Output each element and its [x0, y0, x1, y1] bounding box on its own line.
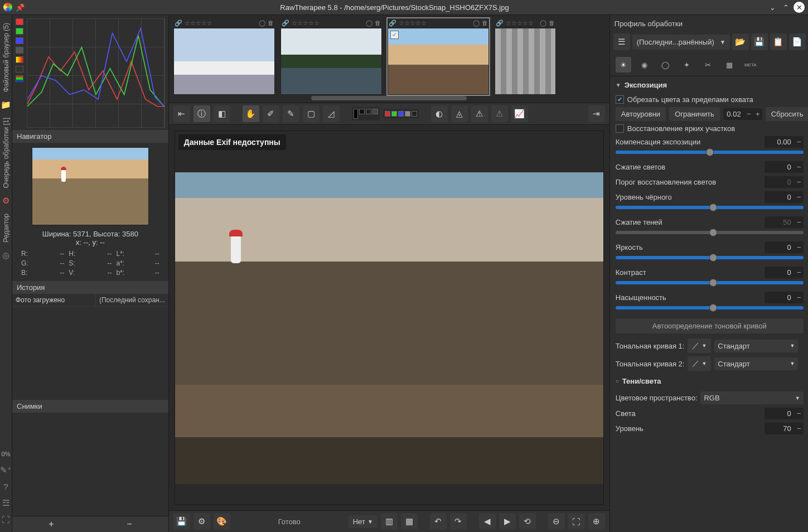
- snapshot-remove-button[interactable]: −: [90, 516, 168, 532]
- minimize-button[interactable]: ⌄: [767, 2, 778, 13]
- save-icon[interactable]: 💾: [173, 513, 190, 530]
- rotate-left-icon[interactable]: ↶: [430, 513, 447, 530]
- thumb-4[interactable]: 🔗☆☆☆☆☆◯🗑: [495, 18, 556, 95]
- auto-tone-curve-button[interactable]: Автоопределение тоновой кривой: [616, 318, 804, 333]
- profile-load-icon[interactable]: 📂: [732, 33, 749, 50]
- snapshot-add-button[interactable]: +: [12, 516, 90, 532]
- hand-icon[interactable]: ✋: [243, 105, 259, 122]
- ev-comp-value[interactable]: 0.00−: [765, 136, 804, 148]
- trash-icon[interactable]: 🗑: [268, 20, 274, 27]
- tab-color-icon[interactable]: ◯: [658, 57, 674, 72]
- zoom-out-icon[interactable]: ⊖: [548, 513, 565, 530]
- shadows-highlights-header[interactable]: ○ Тени/света: [610, 373, 808, 390]
- aperture-icon[interactable]: ◎: [2, 250, 9, 260]
- pin-icon[interactable]: 📌: [16, 3, 25, 12]
- colorspace-select[interactable]: RGB▼: [700, 391, 803, 404]
- gamut-icon[interactable]: ▥: [381, 513, 398, 530]
- tab-queue[interactable]: Очередь обработки [1]: [2, 118, 10, 188]
- clip-value[interactable]: 0.02−+: [723, 108, 762, 120]
- close-button[interactable]: ✕: [794, 2, 805, 13]
- circle-icon[interactable]: ◯: [259, 20, 265, 27]
- brightness-value[interactable]: 0−: [765, 241, 804, 253]
- panel-right-icon[interactable]: ⇥: [588, 105, 605, 122]
- swatch-red[interactable]: [16, 18, 23, 25]
- info-icon[interactable]: ⓘ: [193, 105, 210, 122]
- before-after-icon[interactable]: ◧: [214, 105, 230, 122]
- contrast-value[interactable]: 0−: [765, 267, 804, 278]
- highlight-clip-icon[interactable]: ⚠: [471, 105, 488, 122]
- reset-button[interactable]: Сбросить: [766, 107, 808, 121]
- swatch-green[interactable]: [16, 28, 23, 35]
- bg-select[interactable]: Нет▼: [349, 515, 378, 528]
- circle-icon[interactable]: ◯: [473, 20, 480, 27]
- swatch-bar[interactable]: [16, 75, 23, 82]
- trash-icon[interactable]: 🗑: [482, 20, 488, 27]
- zoom-in-icon[interactable]: ⊕: [588, 513, 605, 530]
- zoom-fit-icon[interactable]: ⛶: [568, 513, 585, 530]
- sync-icon[interactable]: ⟲: [519, 513, 536, 530]
- monitor-icon[interactable]: ▦: [401, 513, 418, 530]
- exposure-group-header[interactable]: ▼ Экспозиция: [610, 76, 808, 94]
- prev-image-icon[interactable]: ◀: [479, 513, 496, 530]
- rotate-right-icon[interactable]: ↷: [450, 513, 467, 530]
- curve1-mode[interactable]: Стандарт▼: [714, 340, 798, 352]
- maximize-button[interactable]: ⌃: [780, 2, 791, 13]
- sliders-icon[interactable]: ☲: [2, 498, 9, 508]
- swatch-blue[interactable]: [16, 37, 23, 44]
- shadow-clip-icon[interactable]: ⚠: [491, 105, 508, 122]
- tab-meta-icon[interactable]: META: [743, 57, 758, 72]
- black-slider[interactable]: [610, 205, 808, 215]
- highlights-value[interactable]: 0−: [765, 408, 804, 419]
- next-image-icon[interactable]: ▶: [499, 513, 516, 530]
- add-icon[interactable]: ✎⁺: [0, 465, 12, 475]
- external-editor-icon[interactable]: 🎨: [214, 513, 230, 530]
- profile-paste-icon[interactable]: 📄: [789, 33, 806, 50]
- tab-advanced-icon[interactable]: ✦: [679, 57, 695, 72]
- wb-picker-icon[interactable]: ✐: [263, 105, 279, 122]
- hl-compress-value[interactable]: 0−: [765, 161, 804, 173]
- profile-select[interactable]: (Последни...ранённый)▼: [632, 35, 730, 50]
- clip-button[interactable]: Ограничить: [669, 107, 720, 121]
- profile-copy-icon[interactable]: 📋: [770, 33, 787, 50]
- gear-icon[interactable]: ⚙: [2, 196, 9, 206]
- curve2-type[interactable]: ／ ▼: [688, 356, 711, 371]
- thumb-3[interactable]: 🔗☆☆☆☆☆◯🗑 ✔: [388, 18, 489, 95]
- background-mode[interactable]: [352, 107, 380, 120]
- profile-save-icon[interactable]: 💾: [751, 33, 768, 50]
- thumb-1[interactable]: 🔗☆☆☆☆☆◯🗑: [173, 18, 275, 95]
- clip-checkbox[interactable]: ✔: [616, 95, 624, 104]
- focus-mask-icon[interactable]: ◬: [451, 105, 468, 122]
- swatch-chroma[interactable]: [16, 56, 23, 63]
- tab-raw-icon[interactable]: ▦: [722, 57, 737, 72]
- trash-icon[interactable]: 🗑: [549, 20, 555, 27]
- sharpen-preview-icon[interactable]: ◐: [431, 105, 448, 122]
- navigator-thumbnail[interactable]: [32, 147, 149, 225]
- tab-editor[interactable]: Редактор: [2, 214, 10, 243]
- brightness-slider[interactable]: [610, 255, 808, 265]
- black-value[interactable]: 0−: [765, 191, 804, 203]
- tab-exposure-icon[interactable]: ☀: [616, 57, 631, 72]
- hlr-checkbox[interactable]: [616, 124, 624, 133]
- help-icon[interactable]: ?: [3, 482, 8, 491]
- crop-icon[interactable]: ▢: [303, 105, 320, 122]
- rotate-icon[interactable]: 📈: [511, 105, 528, 122]
- saturation-slider[interactable]: [610, 305, 808, 315]
- panel-left-icon[interactable]: ⇤: [173, 105, 190, 122]
- contrast-slider[interactable]: [610, 280, 808, 290]
- circle-icon[interactable]: ◯: [540, 20, 546, 27]
- ev-comp-slider[interactable]: [610, 149, 808, 159]
- straighten-icon[interactable]: ◿: [323, 105, 340, 122]
- tab-transform-icon[interactable]: ✂: [700, 57, 716, 72]
- level-value[interactable]: 70−: [765, 423, 804, 434]
- filmstrip-scroll[interactable]: [173, 96, 605, 100]
- curve2-mode[interactable]: Стандарт▼: [714, 357, 798, 370]
- color-picker-icon[interactable]: ✎: [283, 105, 299, 122]
- thumb-2[interactable]: 🔗☆☆☆☆☆◯🗑: [280, 18, 382, 95]
- curve1-type[interactable]: ／ ▼: [688, 338, 711, 353]
- tab-detail-icon[interactable]: ◉: [637, 57, 652, 72]
- image-preview[interactable]: Данные Exif недоступны: [175, 130, 604, 505]
- folder-icon[interactable]: 📁: [1, 100, 11, 110]
- preview-channel[interactable]: [383, 109, 419, 118]
- saturation-value[interactable]: 0−: [765, 292, 804, 303]
- fullscreen-icon[interactable]: ⛶: [2, 515, 10, 524]
